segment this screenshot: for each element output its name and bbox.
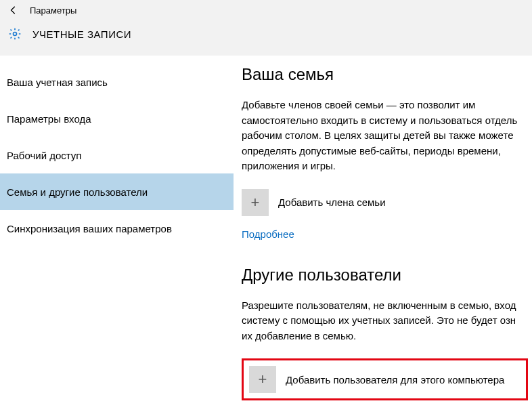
window-title: Параметры xyxy=(30,5,76,16)
sidebar-item-work-access[interactable]: Рабочий доступ xyxy=(0,137,234,173)
add-other-label: Добавить пользователя для этого компьюте… xyxy=(286,374,504,386)
learn-more-link[interactable]: Подробнее xyxy=(242,228,294,240)
add-family-label: Добавить члена семьи xyxy=(278,196,386,208)
family-title: Ваша семья xyxy=(242,65,528,84)
sidebar-item-signin[interactable]: Параметры входа xyxy=(0,100,234,137)
content: Ваша семья Добавьте членов своей семьи —… xyxy=(234,56,532,416)
sidebar-item-sync[interactable]: Синхронизация ваших параметров xyxy=(0,210,234,247)
add-other-user[interactable]: + Добавить пользователя для этого компью… xyxy=(249,366,520,393)
page-title: УЧЕТНЫЕ ЗАПИСИ xyxy=(32,28,131,40)
sidebar-item-family[interactable]: Семья и другие пользователи xyxy=(0,173,234,210)
back-button[interactable] xyxy=(5,2,22,18)
sidebar-item-label: Рабочий доступ xyxy=(7,150,81,161)
sidebar-item-account[interactable]: Ваша учетная запись xyxy=(0,64,234,100)
titlebar: Параметры xyxy=(0,0,532,20)
plus-icon: + xyxy=(242,189,269,216)
others-title: Другие пользователи xyxy=(242,266,528,285)
body: Ваша учетная запись Параметры входа Рабо… xyxy=(0,56,532,416)
sidebar-item-label: Ваша учетная запись xyxy=(7,77,108,88)
page-header: УЧЕТНЫЕ ЗАПИСИ xyxy=(0,20,532,56)
sidebar-item-label: Синхронизация ваших параметров xyxy=(7,223,172,234)
gear-icon xyxy=(7,26,23,42)
svg-point-0 xyxy=(14,33,17,36)
sidebar-item-label: Семья и другие пользователи xyxy=(7,186,148,198)
sidebar-item-label: Параметры входа xyxy=(7,113,91,125)
add-family-member[interactable]: + Добавить члена семьи xyxy=(242,189,528,216)
family-text: Добавьте членов своей семьи — это позвол… xyxy=(242,98,528,174)
plus-icon: + xyxy=(249,366,276,393)
highlight-box: + Добавить пользователя для этого компью… xyxy=(242,358,528,400)
others-text: Разрешите пользователям, не включенным в… xyxy=(242,298,528,344)
sidebar: Ваша учетная запись Параметры входа Рабо… xyxy=(0,56,234,416)
